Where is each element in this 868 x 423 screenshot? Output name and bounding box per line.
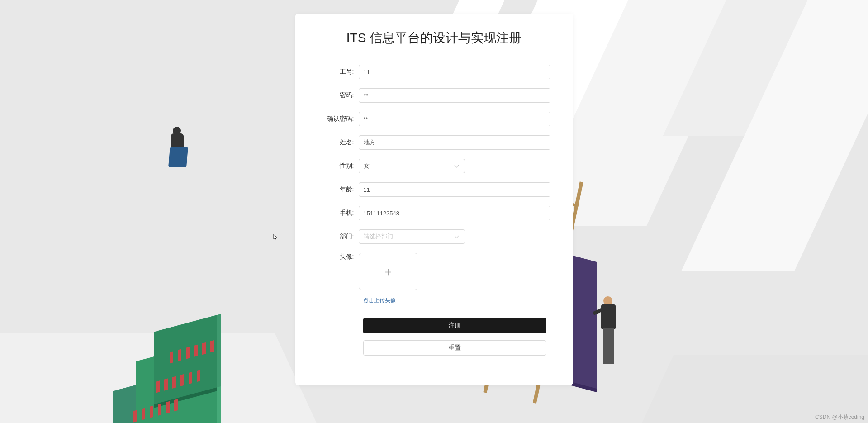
gender-select[interactable]: 女	[359, 159, 465, 173]
phone-row: 手机:	[318, 206, 550, 220]
avatar-row: 头像: ＋	[318, 253, 550, 290]
person-standing-illustration	[592, 296, 624, 378]
chevron-down-icon	[455, 164, 459, 168]
age-row: 年龄:	[318, 182, 550, 197]
department-label: 部门:	[318, 233, 359, 241]
age-label: 年龄:	[318, 185, 359, 194]
reset-button[interactable]: 重置	[363, 340, 546, 356]
plus-icon: ＋	[382, 266, 394, 277]
chevron-down-icon	[455, 234, 459, 239]
page-title: ITS 信息平台的设计与实现注册	[318, 29, 550, 47]
password-row: 密码:	[318, 88, 550, 103]
avatar-upload-box[interactable]: ＋	[359, 253, 417, 290]
avatar-label: 头像:	[318, 253, 359, 261]
password-label: 密码:	[318, 91, 359, 100]
worker-id-row: 工号:	[318, 65, 550, 79]
name-input[interactable]	[359, 135, 550, 150]
department-select-placeholder: 请选择部门	[364, 233, 455, 241]
gender-row: 性别: 女	[318, 159, 550, 173]
age-input[interactable]	[359, 182, 550, 197]
confirm-password-input[interactable]	[359, 112, 550, 126]
person-sitting-illustration	[163, 127, 194, 176]
gender-select-value: 女	[364, 162, 455, 170]
password-input[interactable]	[359, 88, 550, 103]
submit-button[interactable]: 注册	[363, 318, 546, 333]
confirm-password-label: 确认密码:	[318, 115, 359, 123]
worker-id-input[interactable]	[359, 65, 550, 79]
department-row: 部门: 请选择部门	[318, 229, 550, 244]
name-row: 姓名:	[318, 135, 550, 150]
phone-label: 手机:	[318, 209, 359, 217]
confirm-password-row: 确认密码:	[318, 112, 550, 126]
worker-id-label: 工号:	[318, 68, 359, 76]
gender-label: 性别:	[318, 162, 359, 170]
phone-input[interactable]	[359, 206, 550, 220]
department-select[interactable]: 请选择部门	[359, 229, 465, 244]
avatar-upload-hint: 点击上传头像	[363, 297, 550, 304]
name-label: 姓名:	[318, 138, 359, 147]
watermark-text: CSDN @小蔡coding	[815, 413, 864, 421]
registration-form-card: ITS 信息平台的设计与实现注册 工号: 密码: 确认密码: 姓名: 性别: 女…	[295, 14, 573, 385]
